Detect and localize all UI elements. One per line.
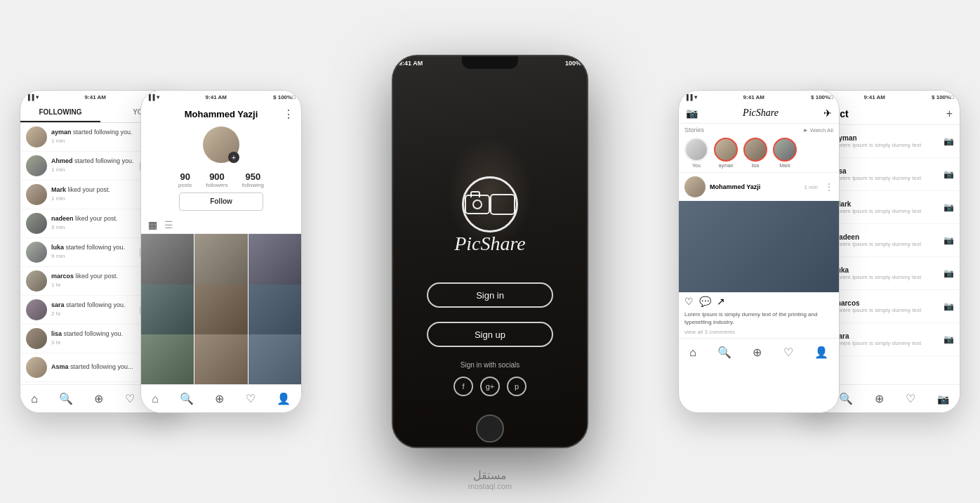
center-phone: 9:41 AM 100% PicShare Sign in Sign up Si… bbox=[392, 55, 588, 448]
story-item[interactable]: Mark bbox=[773, 138, 797, 168]
camera-lens bbox=[472, 200, 482, 209]
like-nav[interactable]: ♡ bbox=[783, 346, 793, 359]
stories-title: Stories bbox=[684, 126, 704, 133]
camera-icon: 📷 bbox=[943, 334, 954, 344]
profile-follow-button[interactable]: Follow bbox=[179, 192, 263, 211]
search-nav[interactable]: 🔍 bbox=[59, 392, 73, 405]
camera-bottom-nav[interactable]: 📷 bbox=[937, 393, 949, 405]
story-avatar bbox=[773, 138, 797, 162]
post-caption: Lorem Ipsum is simply dummy text of the … bbox=[679, 311, 839, 329]
feed-header: 📷 PicShare ✈ bbox=[679, 103, 839, 124]
time: 9:41 AM bbox=[399, 60, 423, 67]
photo-cell[interactable] bbox=[249, 234, 301, 287]
camera-icon: 📷 bbox=[943, 301, 954, 311]
photo-cell[interactable] bbox=[194, 285, 247, 337]
pinterest-icon[interactable]: p bbox=[507, 377, 527, 396]
profile-stats: 90 posts 900 followers 950 following bbox=[141, 167, 301, 192]
phone-notch bbox=[462, 56, 518, 69]
new-dm-icon[interactable]: + bbox=[946, 107, 953, 120]
camera-header-icon[interactable]: 📷 bbox=[686, 107, 698, 119]
search-nav[interactable]: 🔍 bbox=[180, 392, 194, 405]
time: 9:41 AM bbox=[206, 94, 227, 100]
stat-following: 950 following bbox=[242, 171, 264, 188]
share-icon[interactable]: ↗ bbox=[717, 296, 725, 307]
avatar bbox=[26, 184, 47, 205]
story-item[interactable]: lisa bbox=[743, 138, 767, 168]
add-photo-icon[interactable]: + bbox=[228, 152, 239, 163]
camera-icon: 📷 bbox=[943, 169, 954, 179]
camera-icon: 📷 bbox=[943, 202, 954, 212]
photo-cell[interactable] bbox=[249, 334, 301, 384]
signin-button[interactable]: Sign in bbox=[427, 282, 553, 308]
post-menu-icon[interactable]: ⋮ bbox=[825, 182, 833, 192]
add-nav[interactable]: ⊕ bbox=[215, 392, 224, 405]
facebook-icon[interactable]: f bbox=[453, 377, 473, 396]
avatar bbox=[26, 328, 47, 349]
profile-avatar: + bbox=[203, 126, 239, 163]
like-nav[interactable]: ♡ bbox=[906, 392, 915, 405]
post-username: Mohammed Yazji bbox=[710, 183, 760, 190]
post-image bbox=[679, 201, 839, 292]
like-icon[interactable]: ♡ bbox=[684, 296, 694, 307]
profile-header: Mohammed Yazji ⋮ bbox=[141, 103, 301, 121]
time: 9:41 AM bbox=[85, 94, 106, 100]
stories-row: You ayman lisa Mark bbox=[679, 133, 839, 173]
list-view-icon[interactable]: ☰ bbox=[164, 219, 173, 230]
watermark-logo: مستقل bbox=[468, 469, 512, 482]
social-icons-row: f g+ p bbox=[453, 377, 527, 396]
profile-nav[interactable]: 👤 bbox=[277, 392, 291, 405]
search-nav[interactable]: 🔍 bbox=[839, 392, 853, 405]
add-nav[interactable]: ⊕ bbox=[875, 392, 884, 405]
home-nav[interactable]: ⌂ bbox=[31, 393, 38, 405]
photo-cell[interactable] bbox=[141, 234, 194, 287]
story-avatar-you bbox=[684, 138, 708, 162]
avatar bbox=[26, 242, 47, 263]
feed-phone: ▐▐ ▾ 9:41 AM $ 100%□ 📷 PicShare ✈ Storie… bbox=[678, 90, 840, 413]
signal: ▐▐ ▾ bbox=[26, 94, 39, 100]
avatar bbox=[26, 155, 47, 176]
tab-following[interactable]: FOLLOWING bbox=[20, 103, 100, 122]
profile-name: Mohammed Yazji bbox=[185, 109, 258, 119]
profile-nav[interactable]: 👤 bbox=[814, 346, 828, 359]
social-signin-text: Sign in with socials bbox=[461, 361, 519, 369]
watermark-url: mostaql.com bbox=[468, 482, 512, 490]
search-nav[interactable]: 🔍 bbox=[717, 346, 731, 359]
like-nav[interactable]: ♡ bbox=[246, 392, 256, 405]
story-avatar bbox=[743, 138, 767, 162]
avatar bbox=[26, 357, 47, 378]
send-icon[interactable]: ✈ bbox=[823, 107, 832, 119]
photo-cell[interactable] bbox=[141, 285, 194, 337]
story-item[interactable]: You bbox=[684, 138, 708, 168]
story-item[interactable]: ayman bbox=[714, 138, 738, 168]
photo-cell[interactable] bbox=[249, 285, 301, 337]
profile-avatar-section: + bbox=[141, 121, 301, 167]
stat-posts: 90 posts bbox=[178, 171, 192, 188]
google-icon[interactable]: g+ bbox=[480, 377, 500, 396]
add-nav[interactable]: ⊕ bbox=[94, 392, 103, 405]
time: 9:41 AM bbox=[743, 94, 764, 100]
home-nav[interactable]: ⌂ bbox=[689, 346, 696, 359]
add-nav[interactable]: ⊕ bbox=[753, 346, 762, 359]
grid-view-icon[interactable]: ▦ bbox=[148, 219, 157, 230]
photo-cell[interactable] bbox=[194, 334, 247, 384]
feed-post: Mohammed Yazji 1 min ⋮ ♡ 💬 ↗ Lorem Ipsum… bbox=[679, 173, 839, 338]
battery: $ 100%□ bbox=[932, 94, 954, 100]
photo-cell[interactable] bbox=[194, 234, 247, 287]
like-nav[interactable]: ♡ bbox=[125, 392, 135, 405]
photo-cell[interactable] bbox=[141, 334, 194, 384]
post-actions: ♡ 💬 ↗ bbox=[679, 292, 839, 311]
post-time: 1 min bbox=[804, 184, 818, 190]
signup-button[interactable]: Sign up bbox=[427, 322, 553, 347]
watch-all[interactable]: ► Watch All bbox=[803, 127, 833, 133]
home-nav[interactable]: ⌂ bbox=[152, 393, 159, 405]
camera-body bbox=[465, 195, 490, 214]
menu-icon[interactable]: ⋮ bbox=[283, 107, 294, 121]
camera-icon: 📷 bbox=[943, 268, 954, 278]
camera-icon bbox=[462, 176, 518, 233]
comment-icon[interactable]: 💬 bbox=[699, 296, 711, 307]
avatar bbox=[26, 270, 47, 292]
avatar bbox=[26, 126, 47, 148]
view-comments[interactable]: view all 3 comments bbox=[679, 329, 839, 338]
view-toggle: ▦ ☰ bbox=[141, 216, 301, 234]
stories-header: Stories ► Watch All bbox=[679, 124, 839, 133]
